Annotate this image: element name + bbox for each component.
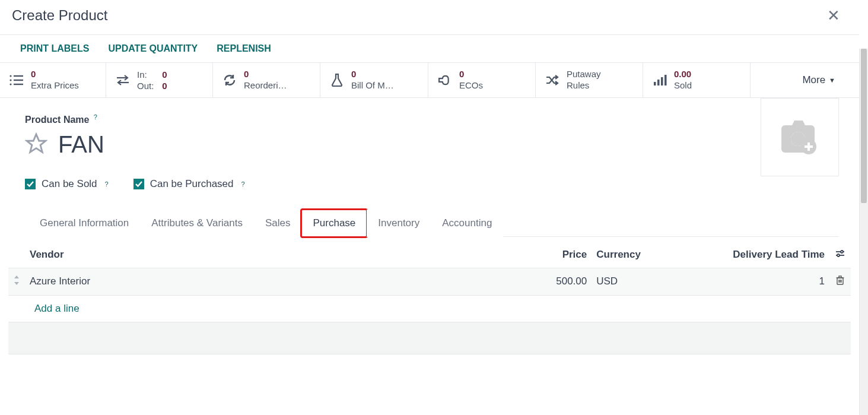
drag-handle-icon[interactable] bbox=[8, 268, 25, 295]
in-value: 0 bbox=[162, 69, 167, 80]
stat-num: 0.00 bbox=[674, 69, 692, 80]
stat-label: Extra Prices bbox=[31, 80, 79, 91]
scrollbar-thumb[interactable] bbox=[861, 49, 867, 203]
stat-label: ECOs bbox=[459, 80, 483, 91]
flask-icon bbox=[329, 72, 345, 88]
stat-label: Putaway bbox=[567, 69, 601, 80]
print-labels-button[interactable]: PRINT LABELS bbox=[20, 43, 89, 54]
table-row[interactable]: Azure Interior 500.00 USD 1 bbox=[8, 268, 851, 295]
update-quantity-button[interactable]: UPDATE QUANTITY bbox=[108, 43, 198, 54]
stat-row: 0 Extra Prices In: 0 Out: 0 0 Reorderi… bbox=[0, 62, 859, 98]
close-icon[interactable]: ✕ bbox=[825, 8, 842, 23]
svg-marker-24 bbox=[14, 282, 19, 285]
cell-currency[interactable]: USD bbox=[592, 268, 663, 295]
list-icon bbox=[8, 72, 25, 88]
product-name-input[interactable]: FAN bbox=[58, 131, 104, 158]
stat-in-out[interactable]: In: 0 Out: 0 bbox=[106, 63, 213, 97]
tab-sales[interactable]: Sales bbox=[254, 210, 302, 237]
favorite-star-icon[interactable] bbox=[25, 132, 47, 157]
transfer-icon bbox=[115, 72, 131, 88]
col-currency[interactable]: Currency bbox=[592, 242, 663, 268]
help-icon[interactable]: ? bbox=[105, 180, 109, 188]
svg-rect-30 bbox=[839, 276, 841, 278]
svg-rect-12 bbox=[664, 75, 667, 85]
checkbox-label: Can be Purchased bbox=[150, 178, 234, 190]
col-delivery-lead-time[interactable]: Delivery Lead Time bbox=[663, 242, 829, 268]
help-icon[interactable]: ? bbox=[241, 180, 245, 188]
cell-delivery-lead-time[interactable]: 1 bbox=[663, 268, 829, 295]
svg-marker-13 bbox=[27, 134, 46, 152]
checkbox-label: Can be Sold bbox=[42, 178, 97, 190]
in-label: In: bbox=[137, 69, 154, 80]
svg-rect-10 bbox=[657, 80, 660, 85]
stat-label: Sold bbox=[674, 80, 692, 91]
stat-bom[interactable]: 0 Bill Of M… bbox=[320, 63, 428, 97]
wrench-icon bbox=[437, 72, 453, 88]
help-icon[interactable]: ? bbox=[94, 113, 97, 121]
shuffle-icon bbox=[544, 72, 561, 88]
out-value: 0 bbox=[162, 81, 167, 91]
vendor-table-area: Vendor Price Currency Delivery Lead Time bbox=[8, 242, 851, 354]
col-price[interactable]: Price bbox=[544, 242, 592, 268]
col-vendor[interactable]: Vendor bbox=[8, 242, 544, 268]
stat-label: Bill Of M… bbox=[351, 80, 394, 91]
more-label: More bbox=[802, 74, 825, 86]
caret-down-icon: ▼ bbox=[829, 77, 835, 84]
svg-point-2 bbox=[9, 79, 11, 81]
col-adjust[interactable] bbox=[829, 242, 851, 268]
checkbox-checked-icon bbox=[133, 179, 144, 189]
stat-label: Reorderi… bbox=[244, 80, 287, 91]
add-line-button[interactable]: Add a line bbox=[30, 303, 80, 314]
stat-putaway[interactable]: Putaway Rules bbox=[536, 63, 643, 97]
cell-vendor[interactable]: Azure Interior bbox=[25, 268, 544, 295]
stat-num: 0 bbox=[351, 69, 394, 80]
svg-rect-9 bbox=[654, 82, 656, 85]
bars-icon bbox=[651, 72, 668, 88]
stat-more: More ▼ bbox=[751, 63, 859, 97]
can-be-sold-checkbox[interactable]: Can be Sold ? bbox=[25, 178, 109, 190]
blank-row bbox=[8, 322, 851, 354]
tabs: General Information Attributes & Variant… bbox=[28, 209, 839, 237]
more-button[interactable]: More ▼ bbox=[802, 74, 835, 86]
svg-point-0 bbox=[9, 75, 11, 77]
svg-point-4 bbox=[9, 83, 11, 85]
scrollbar[interactable] bbox=[859, 49, 868, 415]
tab-attributes-variants[interactable]: Attributes & Variants bbox=[140, 210, 254, 237]
svg-point-20 bbox=[841, 251, 843, 253]
stat-reordering[interactable]: 0 Reorderi… bbox=[213, 63, 320, 97]
replenish-button[interactable]: REPLENISH bbox=[217, 43, 271, 54]
svg-point-22 bbox=[837, 254, 840, 256]
form-body: Product Name ? FAN Can be Sold ? bbox=[0, 98, 859, 354]
svg-rect-11 bbox=[661, 77, 663, 85]
svg-marker-23 bbox=[14, 275, 19, 278]
delete-row-icon[interactable] bbox=[829, 268, 851, 295]
product-image-upload[interactable] bbox=[761, 98, 839, 176]
stat-num: 0 bbox=[31, 69, 79, 80]
stat-label: Rules bbox=[567, 80, 601, 91]
tab-accounting[interactable]: Accounting bbox=[431, 210, 503, 237]
action-bar: PRINT LABELS UPDATE QUANTITY REPLENISH bbox=[0, 35, 859, 62]
product-name-label: Product Name bbox=[25, 115, 89, 125]
tab-general-information[interactable]: General Information bbox=[28, 210, 140, 237]
stat-num: 0 bbox=[244, 69, 287, 80]
svg-rect-18 bbox=[805, 145, 813, 148]
vendor-table: Vendor Price Currency Delivery Lead Time bbox=[8, 242, 851, 354]
checkbox-checked-icon bbox=[25, 179, 36, 189]
out-label: Out: bbox=[137, 81, 154, 91]
add-line-row: Add a line bbox=[8, 295, 851, 322]
cell-price[interactable]: 500.00 bbox=[544, 268, 592, 295]
stat-num: 0 bbox=[459, 69, 483, 80]
modal-title: Create Product bbox=[12, 7, 107, 24]
stat-sold[interactable]: 0.00 Sold bbox=[643, 63, 751, 97]
refresh-icon bbox=[221, 72, 238, 88]
can-be-purchased-checkbox[interactable]: Can be Purchased ? bbox=[133, 178, 245, 190]
stat-extra-prices[interactable]: 0 Extra Prices bbox=[0, 63, 106, 97]
stat-ecos[interactable]: 0 ECOs bbox=[428, 63, 536, 97]
tab-purchase[interactable]: Purchase bbox=[301, 210, 367, 237]
tab-inventory[interactable]: Inventory bbox=[367, 210, 431, 237]
adjust-icon bbox=[835, 249, 845, 258]
modal-header: Create Product ✕ bbox=[0, 0, 859, 35]
